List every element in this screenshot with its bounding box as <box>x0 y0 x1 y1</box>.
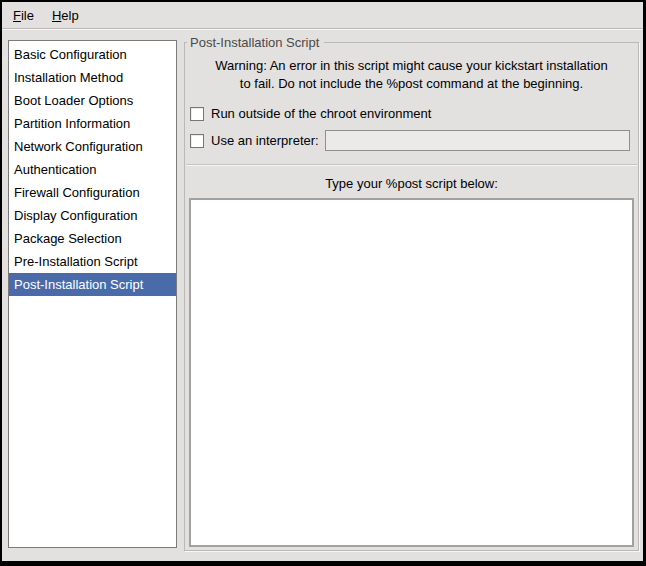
sidebar-item-basic-configuration[interactable]: Basic Configuration <box>9 43 176 66</box>
section-list: Basic Configuration Installation Method … <box>8 40 177 548</box>
script-area-label: Type your %post script below: <box>185 176 638 191</box>
interpreter-input[interactable] <box>325 130 630 151</box>
panel-body: Warning: An error in this script might c… <box>185 43 638 550</box>
sidebar-item-firewall-configuration[interactable]: Firewall Configuration <box>9 181 176 204</box>
interpreter-checkbox-label[interactable]: Use an interpreter: <box>211 133 319 148</box>
chroot-checkbox[interactable] <box>190 107 204 121</box>
panel-title: Post-Installation Script <box>187 34 324 51</box>
sidebar-item-installation-method[interactable]: Installation Method <box>9 66 176 89</box>
post-script-textarea[interactable] <box>189 198 634 547</box>
separator <box>186 164 637 166</box>
sidebar-item-network-configuration[interactable]: Network Configuration <box>9 135 176 158</box>
interpreter-checkbox-row: Use an interpreter: <box>190 130 630 151</box>
menubar: File Help <box>2 2 643 29</box>
kickstart-configurator-window: File Help Basic Configuration Installati… <box>2 2 643 561</box>
interpreter-checkbox[interactable] <box>190 134 204 148</box>
sidebar-item-boot-loader-options[interactable]: Boot Loader Options <box>9 89 176 112</box>
chroot-checkbox-label[interactable]: Run outside of the chroot environment <box>211 106 431 121</box>
sidebar-item-post-installation-script[interactable]: Post-Installation Script <box>9 273 176 296</box>
sidebar-item-partition-information[interactable]: Partition Information <box>9 112 176 135</box>
menu-help[interactable]: Help <box>43 5 88 26</box>
sidebar-item-package-selection[interactable]: Package Selection <box>9 227 176 250</box>
sidebar-item-pre-installation-script[interactable]: Pre-Installation Script <box>9 250 176 273</box>
sidebar-item-display-configuration[interactable]: Display Configuration <box>9 204 176 227</box>
warning-text: Warning: An error in this script might c… <box>189 57 634 93</box>
sidebar-item-authentication[interactable]: Authentication <box>9 158 176 181</box>
post-installation-panel: Post-Installation Script Warning: An err… <box>184 42 639 551</box>
menu-file[interactable]: File <box>4 5 43 26</box>
chroot-checkbox-row: Run outside of the chroot environment <box>190 106 630 121</box>
